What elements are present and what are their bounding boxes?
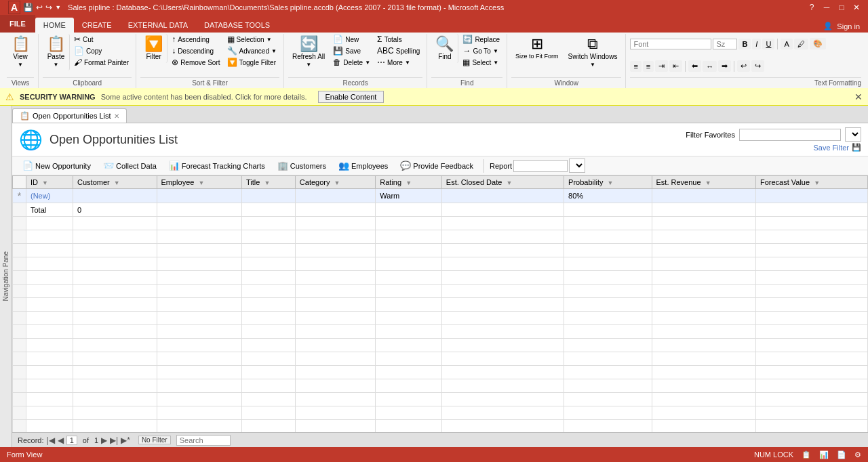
- cut-btn[interactable]: ✂ Cut: [71, 34, 132, 45]
- minimize-btn[interactable]: ─: [821, 3, 833, 12]
- new-row-est-revenue[interactable]: [652, 189, 755, 203]
- new-row-employee[interactable]: [157, 189, 241, 203]
- view-btn[interactable]: 📋 View ▼: [7, 34, 34, 70]
- new-row-forecast-value[interactable]: [755, 189, 867, 203]
- new-row-customer[interactable]: [73, 189, 157, 203]
- totals-btn[interactable]: Σ Totals: [374, 34, 422, 45]
- create-tab[interactable]: CREATE: [74, 18, 120, 33]
- close-btn[interactable]: ✕: [850, 3, 863, 12]
- report-dropdown[interactable]: [569, 159, 585, 173]
- database-tools-tab[interactable]: DATABASE TOOLS: [196, 18, 278, 33]
- size-fit-form-btn[interactable]: ⊞ Size to Fit Form: [511, 34, 563, 62]
- filter-favorites-dropdown[interactable]: [845, 127, 861, 142]
- delete-btn[interactable]: 🗑 Delete ▼: [330, 57, 373, 68]
- save-record-btn[interactable]: 💾 Save: [330, 45, 373, 56]
- col-customer[interactable]: Customer ▼: [73, 176, 157, 189]
- font-size-input[interactable]: [713, 39, 737, 49]
- italic-btn[interactable]: I: [752, 39, 761, 49]
- search-input[interactable]: [176, 435, 231, 446]
- current-record[interactable]: 1: [66, 436, 77, 445]
- more-btn[interactable]: ⋯ More ▼: [374, 57, 422, 68]
- descending-btn[interactable]: ↓ Descending: [169, 45, 222, 56]
- list-btn[interactable]: ≡: [630, 61, 641, 72]
- new-row-id[interactable]: (New): [26, 189, 73, 203]
- font-color-btn[interactable]: A: [781, 39, 792, 49]
- ascending-btn[interactable]: ↑ Ascending: [169, 34, 222, 45]
- new-row-rating[interactable]: Warm: [376, 189, 442, 203]
- replace-btn[interactable]: 🔄 Replace: [460, 34, 502, 45]
- new-row-probability[interactable]: 80%: [564, 189, 652, 203]
- highlight-btn[interactable]: 🖊: [794, 39, 808, 49]
- first-record-btn[interactable]: |◀: [47, 436, 55, 445]
- col-employee[interactable]: Employee ▼: [157, 176, 241, 189]
- next-record-btn[interactable]: ▶: [101, 436, 107, 445]
- maximize-btn[interactable]: □: [835, 3, 848, 12]
- last-record-btn[interactable]: ▶|: [110, 436, 118, 445]
- view-icon-1[interactable]: 📋: [802, 450, 811, 459]
- new-row-title[interactable]: [241, 189, 295, 203]
- report-input[interactable]: [513, 160, 568, 172]
- find-btn[interactable]: 🔍 Find: [431, 34, 458, 63]
- customize-qat-btn[interactable]: ▼: [55, 4, 61, 11]
- selection-btn[interactable]: ▦ Selection ▼: [224, 34, 279, 45]
- file-tab[interactable]: FILE: [0, 15, 35, 33]
- remove-sort-btn[interactable]: ⊗ Remove Sort: [169, 57, 222, 68]
- view-icon-3[interactable]: 📄: [837, 450, 846, 459]
- undo-btn[interactable]: ↩: [36, 3, 43, 12]
- new-opportunity-btn[interactable]: 📄 New Opportunity: [18, 159, 96, 173]
- indent-btn[interactable]: ⇥: [655, 60, 668, 72]
- tab-close-btn[interactable]: ✕: [114, 112, 119, 120]
- new-record-btn[interactable]: 📄 New: [330, 34, 373, 45]
- underline-btn[interactable]: U: [762, 39, 774, 49]
- col-category[interactable]: Category ▼: [295, 176, 375, 189]
- save-filter[interactable]: Save Filter 💾: [813, 143, 861, 152]
- align-left-btn[interactable]: ⬅: [688, 60, 701, 72]
- align-center-btn[interactable]: ↔: [703, 61, 717, 72]
- prev-record-btn[interactable]: ◀: [58, 436, 64, 445]
- employees-btn[interactable]: 👥 Employees: [334, 159, 393, 173]
- copy-btn[interactable]: 📄 Copy: [71, 45, 132, 56]
- col-probability[interactable]: Probability ▼: [564, 176, 652, 189]
- enable-content-btn[interactable]: Enable Content: [318, 91, 384, 103]
- list2-btn[interactable]: ≡: [643, 61, 654, 72]
- spelling-btn[interactable]: ABC Spelling: [374, 45, 422, 56]
- sign-in[interactable]: 👤 Sign in: [815, 20, 868, 33]
- new-row-est-closed-date[interactable]: [441, 189, 564, 203]
- bold-btn[interactable]: B: [738, 39, 751, 49]
- toggle-filter-btn[interactable]: 🔽 Toggle Filter: [224, 57, 279, 68]
- home-tab[interactable]: HOME: [35, 18, 74, 33]
- col-id[interactable]: ID ▼: [26, 176, 73, 189]
- font-family-input[interactable]: [630, 39, 711, 49]
- open-opportunities-tab[interactable]: 📋 Open Opportunities List ✕: [12, 108, 127, 123]
- refresh-all-btn[interactable]: 🔄 Refresh All ▼: [288, 34, 329, 70]
- forecast-tracking-btn[interactable]: 📊 Forecast Tracking Charts: [164, 159, 270, 173]
- select-btn[interactable]: ▦ Select ▼: [460, 57, 502, 68]
- provide-feedback-btn[interactable]: 💬 Provide Feedback: [395, 159, 478, 173]
- view-icon-2[interactable]: 📊: [819, 450, 829, 459]
- filter-btn[interactable]: 🔽 Filter: [140, 34, 167, 63]
- col-rating[interactable]: Rating ▼: [376, 176, 442, 189]
- col-forecast-value[interactable]: Forecast Value ▼: [755, 176, 867, 189]
- col-title[interactable]: Title ▼: [241, 176, 295, 189]
- format-painter-btn[interactable]: 🖌 Format Painter: [71, 57, 132, 68]
- bg-color-btn[interactable]: 🎨: [810, 38, 826, 49]
- align-right-btn[interactable]: ➡: [718, 60, 731, 72]
- col-est-revenue[interactable]: Est. Revenue ▼: [652, 176, 755, 189]
- view-icon-4[interactable]: ⚙: [854, 450, 861, 459]
- filter-favorites-input[interactable]: [739, 129, 841, 141]
- col-est-closed-date[interactable]: Est. Closed Date ▼: [441, 176, 564, 189]
- save-qat-btn[interactable]: 💾: [23, 3, 33, 12]
- advanced-btn[interactable]: 🔧 Advanced ▼: [224, 45, 279, 56]
- collect-data-btn[interactable]: 📨 Collect Data: [98, 159, 161, 173]
- new-nav-btn[interactable]: ▶*: [121, 436, 130, 445]
- new-row-category[interactable]: [295, 189, 375, 203]
- paste-btn[interactable]: 📋 Paste ▼: [43, 34, 70, 70]
- rtl-btn[interactable]: ↩: [737, 60, 750, 72]
- goto-btn[interactable]: → Go To ▼: [460, 45, 502, 56]
- navigation-pane[interactable]: Navigation Pane: [0, 106, 12, 447]
- security-close-btn[interactable]: ✕: [854, 91, 863, 102]
- redo-btn[interactable]: ↪: [45, 3, 52, 12]
- outdent-btn[interactable]: ⇤: [669, 60, 682, 72]
- ltr-btn[interactable]: ↪: [751, 60, 764, 72]
- external-data-tab[interactable]: EXTERNAL DATA: [120, 18, 196, 33]
